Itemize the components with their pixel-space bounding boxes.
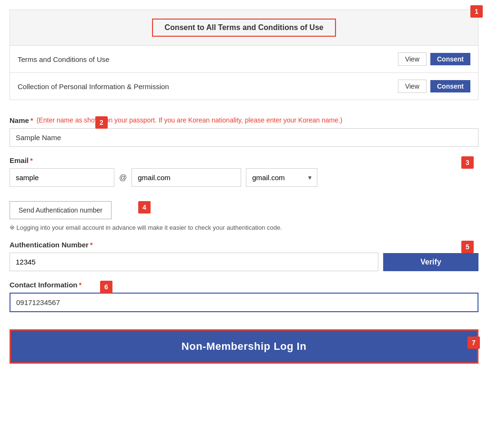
step-badge-7: 7	[468, 336, 480, 349]
contact-required-star: *	[79, 281, 82, 289]
email-inputs-row: @ gmail.com yahoo.com hotmail.com naver.…	[10, 168, 478, 187]
step-badge-1: 1	[470, 5, 483, 18]
name-input[interactable]	[10, 128, 478, 147]
consent-header-text: Consent to All Terms and Conditions of U…	[152, 19, 336, 37]
step-badge-4: 4	[138, 201, 151, 214]
personal-info-view-button[interactable]: View	[398, 80, 427, 93]
email-domain-select[interactable]: gmail.com yahoo.com hotmail.com naver.co…	[246, 168, 317, 187]
email-label-text: Email	[10, 156, 29, 164]
terms-row: Terms and Conditions of Use View Consent	[10, 46, 478, 73]
non-membership-login-button[interactable]: Non-Membership Log In	[10, 329, 478, 364]
contact-input[interactable]	[10, 293, 478, 312]
auth-number-input[interactable]	[10, 253, 378, 271]
personal-info-consent-button[interactable]: Consent	[430, 80, 470, 92]
consent-header: Consent to All Terms and Conditions of U…	[10, 10, 478, 46]
email-field-group: Email * 3 @ gmail.com yahoo.com hotmail.…	[10, 156, 478, 187]
name-field-group: Name * (Enter name as shown on your pass…	[10, 116, 478, 147]
auth-note-text: ※ Logging into your email account in adv…	[10, 224, 478, 231]
name-label-text: Name	[10, 116, 29, 124]
form-section: Name * (Enter name as shown on your pass…	[10, 112, 478, 373]
contact-label-text: Contact Information	[10, 281, 78, 289]
contact-field-label: Contact Information *	[10, 281, 478, 289]
email-required-star: *	[30, 156, 33, 164]
terms-view-button[interactable]: View	[398, 52, 427, 66]
step-badge-2: 2	[95, 116, 108, 129]
terms-consent-button[interactable]: Consent	[430, 53, 470, 65]
email-field-label: Email *	[10, 156, 478, 164]
non-membership-wrap: Non-Membership Log In 7	[10, 322, 478, 364]
personal-info-label: Collection of Personal Information & Per…	[18, 82, 398, 91]
auth-row: Verify	[10, 253, 478, 271]
at-symbol: @	[114, 173, 132, 182]
name-field-note: (Enter name as shown on your passport. I…	[37, 116, 343, 124]
contact-info-group: Contact Information * 6	[10, 281, 478, 312]
auth-number-label: Authentication Number *	[10, 241, 478, 249]
step-badge-6: 6	[100, 281, 112, 293]
step-badge-5: 5	[461, 241, 474, 253]
name-required-star: *	[30, 116, 33, 124]
auth-required-star: *	[90, 241, 93, 249]
personal-info-row: Collection of Personal Information & Per…	[10, 73, 478, 100]
email-select-wrap: gmail.com yahoo.com hotmail.com naver.co…	[246, 168, 317, 187]
email-local-input[interactable]	[10, 168, 114, 187]
consent-section: Consent to All Terms and Conditions of U…	[10, 10, 478, 100]
email-domain-input[interactable]	[132, 168, 241, 187]
step-badge-3: 3	[461, 156, 474, 169]
terms-label: Terms and Conditions of Use	[18, 55, 398, 63]
auth-number-group: Authentication Number * 5 Verify	[10, 241, 478, 271]
verify-button[interactable]: Verify	[383, 253, 478, 271]
auth-number-label-text: Authentication Number	[10, 241, 89, 249]
send-auth-group: Send Authentication number 4 ※ Logging i…	[10, 196, 478, 231]
name-field-label: Name * (Enter name as shown on your pass…	[10, 116, 478, 124]
send-auth-button[interactable]: Send Authentication number	[10, 201, 112, 219]
